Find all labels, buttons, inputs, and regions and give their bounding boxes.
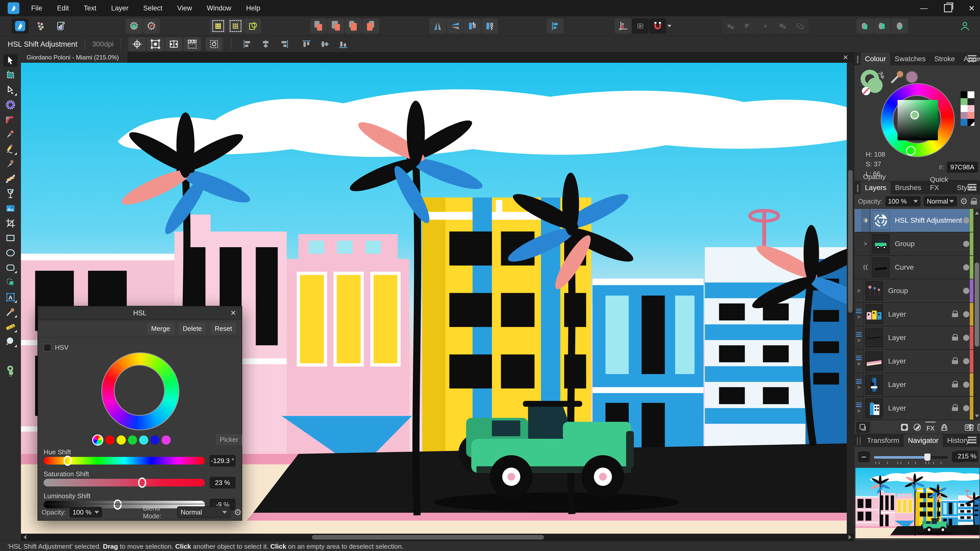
zoom-slider[interactable] (874, 456, 948, 459)
tab-brushes[interactable]: Brushes (891, 181, 926, 194)
pixel-persona-button[interactable] (32, 18, 49, 34)
boolean-subtract-button[interactable] (740, 18, 756, 34)
tab-navigator[interactable]: Navigator (904, 434, 943, 447)
visibility-toggle[interactable] (963, 241, 969, 247)
align-bottom-button[interactable] (334, 37, 352, 51)
node-tool[interactable] (3, 84, 18, 97)
edit-all-layers-button[interactable] (856, 422, 870, 433)
saturation-lightness-box[interactable] (897, 100, 938, 140)
scroll-right-icon[interactable] (849, 535, 851, 540)
hue-shift-thumb[interactable] (64, 456, 72, 466)
restore-button[interactable] (944, 4, 952, 12)
menu-window[interactable]: Window (207, 4, 231, 12)
zoom-out-button[interactable]: − (858, 451, 870, 462)
master-range-swatch[interactable] (92, 434, 103, 446)
rounded-rectangle-tool[interactable] (3, 261, 18, 274)
transparency-tool[interactable] (3, 187, 18, 200)
close-button[interactable]: ✕ (969, 4, 975, 13)
hsl-dialog-titlebar[interactable]: HSL ✕ (38, 306, 242, 320)
expand-chevron-icon[interactable]: > (857, 288, 861, 294)
lock-icon[interactable] (952, 334, 958, 341)
scroll-down-icon[interactable] (975, 414, 979, 418)
recent-swatches[interactable] (961, 91, 974, 126)
visibility-toggle[interactable] (963, 405, 969, 411)
expand-chevron-icon[interactable]: > (857, 408, 861, 414)
crop-tool[interactable] (3, 217, 18, 230)
zoom-value[interactable]: 215 % (956, 451, 978, 462)
reset-button[interactable]: Reset (210, 323, 236, 334)
tab-colour[interactable]: Colour (861, 52, 890, 65)
pencil-tool[interactable] (3, 143, 18, 156)
rotate-cw-button[interactable] (481, 18, 498, 34)
dialog-blend-mode-select[interactable]: Normal (177, 507, 231, 518)
box-grid-button[interactable] (183, 37, 201, 51)
hue-shift-value[interactable]: -129.3 ° (210, 455, 235, 467)
visibility-toggle[interactable] (963, 264, 969, 270)
tab-swatches[interactable]: Swatches (890, 52, 930, 65)
colour-wheel[interactable] (881, 83, 955, 157)
expand-chevron-icon[interactable]: > (864, 241, 867, 247)
scroll-left-icon[interactable] (24, 535, 26, 540)
saturation-shift-thumb[interactable] (138, 478, 146, 488)
move-to-front-button[interactable] (363, 18, 379, 34)
boolean-divide-button[interactable] (774, 18, 791, 34)
fill-stroke-swatch[interactable] (3, 357, 18, 385)
layer-effects-button[interactable]: FX (925, 422, 935, 435)
menu-view[interactable]: View (177, 4, 192, 12)
geometry-intersect-button[interactable] (856, 18, 873, 34)
canvas-vertical-scrollbar[interactable] (847, 63, 854, 534)
snapping-dropdown[interactable] (665, 18, 674, 34)
flip-vertical-button[interactable] (447, 18, 463, 34)
align-right-button[interactable] (275, 37, 293, 51)
dialog-opacity-value[interactable]: 100 % (69, 507, 102, 518)
saturation-shift-value[interactable]: 23 % (210, 477, 235, 489)
adjustment-button[interactable] (913, 422, 922, 433)
pen-tool[interactable] (3, 128, 18, 141)
colour-picker-row[interactable] (890, 69, 921, 85)
show-selection-nodes-button[interactable] (227, 18, 244, 34)
canvas-horizontal-scrollbar[interactable] (21, 534, 854, 541)
snapping-magnet-button[interactable] (649, 18, 666, 34)
green-range-swatch[interactable] (128, 435, 137, 445)
insertion-target-button[interactable] (614, 18, 632, 34)
picker-button[interactable]: Picker (216, 434, 242, 445)
visibility-toggle[interactable] (963, 382, 969, 388)
saturation-shift-slider[interactable] (44, 479, 205, 486)
colour-picker-tool[interactable] (3, 306, 18, 318)
zoom-tool[interactable] (3, 335, 18, 348)
picture-frame-tool[interactable] (3, 202, 18, 215)
lock-icon[interactable] (952, 310, 958, 317)
show-selection-handles-button[interactable] (210, 18, 227, 34)
minimize-button[interactable]: — (920, 4, 928, 13)
account-button[interactable] (956, 18, 974, 34)
hex-value-field[interactable]: 97C98A (947, 162, 978, 173)
rotate-ccw-button[interactable] (464, 18, 481, 34)
lock-icon[interactable] (952, 381, 958, 387)
dialog-gear-icon[interactable]: ⚙ (234, 508, 242, 516)
insert-inside-button[interactable] (632, 18, 649, 34)
visibility-toggle[interactable] (963, 288, 969, 294)
layers-opacity-value[interactable]: 100 % (885, 196, 921, 206)
delete-layer-button[interactable] (967, 422, 976, 433)
show-object-bounds-button[interactable] (245, 18, 261, 34)
transform-origin-button[interactable] (128, 37, 146, 51)
geometry-merge-button[interactable] (874, 18, 891, 34)
tab-quickfx[interactable]: Quick FX (926, 173, 953, 194)
expand-chevron-icon[interactable]: > (857, 338, 861, 343)
layer-row-hsl-adjustment[interactable]: HSL Shift Adjustment (854, 209, 980, 232)
visibility-toggle[interactable] (963, 335, 969, 341)
text-tool[interactable]: A (3, 291, 18, 303)
document-tab[interactable]: Giordano Poloni - Miami (215.0%) (21, 52, 128, 63)
vector-brush-tool[interactable] (3, 158, 18, 170)
fill-stroke-indicator[interactable] (859, 69, 887, 97)
layer-row-pillar[interactable]: > Layer (854, 373, 980, 397)
menu-help[interactable]: Help (246, 4, 260, 12)
panel-grip-icon[interactable] (857, 56, 859, 63)
snapping-gear-enabled-button[interactable]: ⚙ (126, 18, 142, 34)
lock-icon[interactable] (952, 357, 958, 364)
shape-builder-tool[interactable] (3, 276, 18, 289)
blend-options-gear-icon[interactable]: ⚙ (960, 197, 968, 206)
navigator-preview[interactable] (856, 468, 980, 538)
expand-chevron-icon[interactable]: > (857, 361, 861, 367)
hue-shift-slider[interactable] (44, 457, 205, 465)
